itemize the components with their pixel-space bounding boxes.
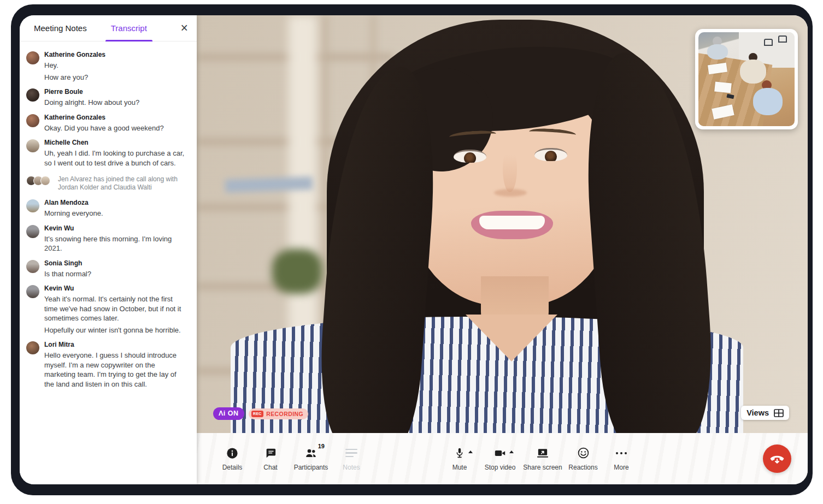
app-window: Meeting Notes Transcript × Katherine Gon…: [11, 4, 813, 495]
system-message: Jen Alvarez has joined the call along wi…: [20, 169, 197, 194]
person-mouth: [471, 211, 553, 239]
stop-video-button[interactable]: Stop video: [479, 447, 521, 471]
transcript-message: Katherine Gonzales Okay. Did you have a …: [20, 109, 197, 134]
participants-count: 19: [318, 443, 325, 449]
recording-badge: REC RECORDING: [249, 408, 308, 419]
microphone-icon: [454, 447, 466, 460]
transcript-message: Katherine Gonzales Hey. How are you?: [20, 46, 197, 83]
transcript-message: Michelle Chen Uh, yeah I did. I'm lookin…: [20, 134, 197, 169]
views-button[interactable]: Views: [741, 406, 789, 420]
message-text: Okay. Did you have a good weekend?: [44, 123, 188, 133]
pip-person: [740, 60, 766, 84]
avatar: [26, 88, 39, 102]
more-button[interactable]: More: [602, 447, 640, 471]
message-text: How are you?: [44, 73, 188, 82]
person-eye: [534, 148, 567, 161]
tab-meeting-notes[interactable]: Meeting Notes: [32, 15, 89, 41]
details-button[interactable]: Details: [213, 447, 251, 471]
message-text: Doing alright. How about you?: [44, 98, 188, 108]
speaker-name: Katherine Gonzales: [44, 114, 188, 121]
speaker-name: Alan Mendoza: [44, 199, 188, 206]
call-toolbar: Details Chat 19 Participants: [197, 433, 808, 484]
speaker-name: Kevin Wu: [44, 224, 188, 232]
info-icon: [226, 447, 238, 460]
participants-button[interactable]: 19 Participants: [290, 447, 332, 471]
message-text: Hopefully our winter isn't gonna be horr…: [44, 325, 188, 335]
avatar: [26, 285, 39, 298]
message-text: It's snowing here this morning. I'm lovi…: [44, 234, 188, 253]
reactions-label: Reactions: [568, 464, 597, 471]
panel-header: Meeting Notes Transcript ×: [20, 15, 197, 41]
message-text: Is that normal?: [44, 269, 188, 279]
notes-button[interactable]: Notes: [332, 447, 371, 471]
speaker-name: Pierre Boule: [44, 88, 188, 96]
message-text: Hey.: [44, 61, 188, 70]
ai-on-badge[interactable]: Λi ON: [213, 407, 244, 420]
speaker-name: Michelle Chen: [44, 139, 188, 146]
message-text: Morning everyone.: [44, 209, 188, 218]
speaker-name: Kevin Wu: [44, 284, 188, 292]
more-label: More: [614, 464, 628, 471]
pip-image: [698, 32, 795, 126]
pip-video[interactable]: [695, 29, 798, 129]
more-dots-icon: [616, 447, 627, 460]
transcript-messages[interactable]: Katherine Gonzales Hey. How are you? Pie…: [20, 41, 197, 484]
meeting-screen: Meeting Notes Transcript × Katherine Gon…: [20, 15, 808, 484]
avatar: [26, 139, 39, 152]
rec-icon: REC: [251, 411, 264, 417]
mute-button[interactable]: Mute: [440, 447, 479, 471]
avatar: [26, 199, 39, 212]
share-screen-button[interactable]: Share screen: [521, 447, 564, 471]
avatar: [26, 341, 39, 354]
mute-options-caret[interactable]: [468, 450, 473, 453]
background-plant: [272, 249, 322, 294]
stop-video-label: Stop video: [485, 464, 516, 471]
transcript-message: Pierre Boule Doing alright. How about yo…: [20, 83, 197, 109]
transcript-message: Kevin Wu It's snowing here this morning.…: [20, 220, 197, 254]
video-options-caret[interactable]: [509, 450, 514, 453]
mute-label: Mute: [452, 464, 467, 471]
transcript-message: Alan Mendoza Morning everyone.: [20, 194, 197, 220]
avatar: [26, 114, 39, 127]
close-icon[interactable]: ×: [181, 22, 188, 34]
tab-transcript[interactable]: Transcript: [109, 15, 149, 41]
main-video: Λi ON REC RECORDING Views: [197, 15, 808, 433]
reactions-button[interactable]: Reactions: [564, 447, 602, 471]
message-text: Yeah it's normal. It's certainly not the…: [44, 294, 188, 323]
transcript-message: Sonia Singh Is that normal?: [20, 254, 197, 280]
details-label: Details: [222, 464, 243, 471]
speaker-name: Katherine Gonzales: [44, 51, 188, 58]
notes-label: Notes: [343, 464, 360, 471]
participants-icon: 19: [304, 447, 318, 460]
pip-paper: [714, 81, 732, 93]
video-badges: Λi ON REC RECORDING: [213, 407, 308, 420]
end-call-button[interactable]: [763, 444, 791, 473]
pip-person: [753, 88, 783, 115]
person-eye: [454, 150, 486, 163]
person-nose: [494, 189, 527, 197]
transcript-message: Lori Mitra Hello everyone. I guess I sho…: [20, 336, 197, 390]
participants-label: Participants: [294, 464, 328, 471]
transcript-panel: Meeting Notes Transcript × Katherine Gon…: [20, 15, 197, 484]
grid-view-icon: [774, 409, 784, 417]
share-screen-icon: [536, 447, 549, 460]
smiley-icon: [577, 447, 590, 460]
video-camera-icon: [493, 447, 507, 460]
message-text: Hello everyone. I guess I should introdu…: [44, 351, 188, 389]
pip-chair: [778, 35, 787, 43]
transcript-message: Kevin Wu Yeah it's normal. It's certainl…: [20, 280, 197, 336]
chat-button[interactable]: Chat: [251, 447, 290, 471]
avatar: [26, 225, 39, 238]
chat-label: Chat: [263, 464, 277, 471]
pip-chair: [764, 39, 773, 46]
pip-person: [707, 44, 728, 60]
system-message-text: Jen Alvarez has joined the call along wi…: [58, 175, 188, 192]
message-text: Uh, yeah I did. I'm looking to purchase …: [44, 149, 188, 168]
recording-label: RECORDING: [266, 411, 303, 417]
notes-icon: [345, 447, 357, 460]
person-nose: [503, 145, 517, 192]
avatar: [26, 260, 39, 273]
views-label: Views: [746, 408, 769, 417]
avatar: [40, 176, 50, 186]
share-screen-label: Share screen: [523, 464, 562, 471]
